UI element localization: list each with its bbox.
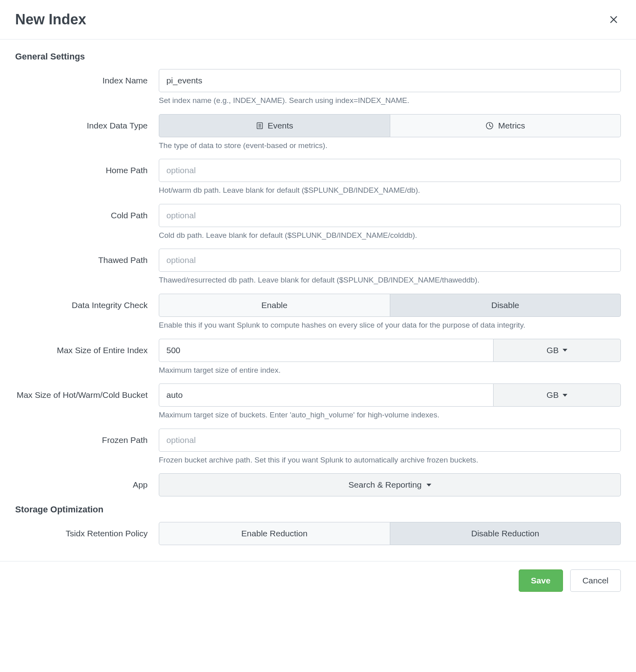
index-name-input[interactable] — [159, 69, 621, 92]
label-home-path: Home Path — [15, 159, 159, 176]
row-index-name: Index Name Set index name (e.g., INDEX_N… — [15, 69, 621, 106]
caret-down-icon — [427, 484, 431, 486]
help-thawed-path: Thawed/resurrected db path. Leave blank … — [159, 275, 621, 286]
help-index-name: Set index name (e.g., INDEX_NAME). Searc… — [159, 95, 621, 106]
max-size-index-unit-label: GB — [547, 346, 559, 355]
integrity-disable[interactable]: Disable — [390, 294, 621, 317]
row-home-path: Home Path Hot/warm db path. Leave blank … — [15, 159, 621, 196]
close-button[interactable] — [606, 12, 621, 27]
frozen-path-input[interactable] — [159, 429, 621, 452]
caret-down-icon — [563, 349, 567, 352]
modal-header: New Index — [0, 0, 636, 40]
tsidx-enable-label: Enable Reduction — [241, 529, 308, 538]
label-max-size-bucket: Max Size of Hot/Warm/Cold Bucket — [15, 383, 159, 401]
new-index-modal: New Index General Settings Index Name Se… — [0, 0, 636, 619]
max-size-bucket-unit-label: GB — [547, 390, 559, 400]
row-max-size-index: Max Size of Entire Index GB Maximum targ… — [15, 339, 621, 376]
events-icon — [256, 122, 264, 130]
svg-line-8 — [490, 126, 492, 127]
integrity-enable[interactable]: Enable — [159, 294, 390, 317]
data-type-metrics-label: Metrics — [498, 121, 525, 130]
data-type-metrics[interactable]: Metrics — [390, 114, 621, 137]
help-cold-path: Cold db path. Leave blank for default ($… — [159, 230, 621, 241]
save-button[interactable]: Save — [519, 569, 563, 592]
help-max-size-index: Maximum target size of entire index. — [159, 365, 621, 376]
cold-path-input[interactable] — [159, 204, 621, 227]
tsidx-toggle: Enable Reduction Disable Reduction — [159, 522, 621, 545]
integrity-enable-label: Enable — [261, 300, 287, 310]
section-storage-optimization: Storage Optimization — [15, 504, 621, 515]
row-tsidx: Tsidx Retention Policy Enable Reduction … — [15, 522, 621, 545]
caret-down-icon — [563, 394, 567, 397]
metrics-icon — [485, 121, 494, 130]
tsidx-enable[interactable]: Enable Reduction — [159, 522, 390, 545]
row-cold-path: Cold Path Cold db path. Leave blank for … — [15, 204, 621, 241]
cancel-button[interactable]: Cancel — [570, 569, 621, 592]
app-select[interactable]: Search & Reporting — [159, 473, 621, 496]
section-general-settings: General Settings — [15, 51, 621, 62]
integrity-disable-label: Disable — [491, 300, 519, 310]
integrity-toggle: Enable Disable — [159, 294, 621, 317]
row-data-type: Index Data Type Events Metrics — [15, 114, 621, 151]
label-data-type: Index Data Type — [15, 114, 159, 131]
help-integrity: Enable this if you want Splunk to comput… — [159, 320, 621, 331]
max-size-index-input[interactable] — [159, 339, 493, 362]
help-frozen-path: Frozen bucket archive path. Set this if … — [159, 455, 621, 466]
label-cold-path: Cold Path — [15, 204, 159, 221]
row-max-size-bucket: Max Size of Hot/Warm/Cold Bucket GB Maxi… — [15, 383, 621, 421]
data-type-events[interactable]: Events — [159, 114, 390, 137]
thawed-path-input[interactable] — [159, 249, 621, 272]
max-size-index-unit-select[interactable]: GB — [493, 339, 621, 362]
label-integrity: Data Integrity Check — [15, 294, 159, 311]
modal-body: General Settings Index Name Set index na… — [0, 40, 636, 561]
row-frozen-path: Frozen Path Frozen bucket archive path. … — [15, 429, 621, 466]
app-select-value: Search & Reporting — [348, 480, 421, 490]
label-index-name: Index Name — [15, 69, 159, 86]
help-home-path: Hot/warm db path. Leave blank for defaul… — [159, 185, 621, 196]
row-integrity: Data Integrity Check Enable Disable Enab… — [15, 294, 621, 331]
close-icon — [609, 15, 618, 24]
home-path-input[interactable] — [159, 159, 621, 182]
max-size-bucket-unit-select[interactable]: GB — [493, 383, 621, 407]
data-type-events-label: Events — [268, 121, 293, 130]
row-app: App Search & Reporting — [15, 473, 621, 496]
tsidx-disable[interactable]: Disable Reduction — [390, 522, 621, 545]
row-thawed-path: Thawed Path Thawed/resurrected db path. … — [15, 249, 621, 286]
help-data-type: The type of data to store (event-based o… — [159, 140, 621, 151]
data-type-toggle: Events Metrics — [159, 114, 621, 137]
max-size-bucket-input[interactable] — [159, 383, 493, 407]
label-max-size-index: Max Size of Entire Index — [15, 339, 159, 356]
tsidx-disable-label: Disable Reduction — [471, 529, 539, 538]
modal-footer: Save Cancel — [0, 561, 636, 619]
help-max-size-bucket: Maximum target size of buckets. Enter 'a… — [159, 410, 621, 421]
label-thawed-path: Thawed Path — [15, 249, 159, 266]
label-tsidx: Tsidx Retention Policy — [15, 522, 159, 539]
label-frozen-path: Frozen Path — [15, 429, 159, 446]
label-app: App — [15, 473, 159, 490]
modal-title: New Index — [15, 11, 86, 28]
